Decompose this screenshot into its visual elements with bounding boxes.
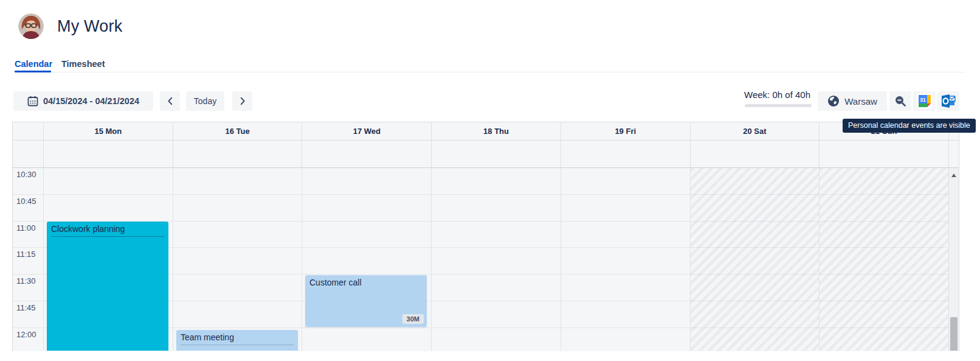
tab-calendar[interactable]: Calendar: [15, 59, 52, 69]
today-button[interactable]: Today: [186, 91, 224, 111]
event-title: Clockwork planning: [51, 224, 164, 234]
globe-icon: [827, 95, 840, 107]
day-header-thu: 18 Thu: [431, 122, 561, 140]
day-column[interactable]: [431, 168, 561, 351]
allday-filler: [948, 141, 959, 167]
my-work-page: My Work Calendar Timesheet 04/15/2024 - …: [0, 0, 980, 361]
allday-cell[interactable]: [173, 141, 302, 167]
time-label: 11:00: [16, 223, 36, 233]
week-progress-bar: [745, 104, 812, 107]
date-range-button[interactable]: 04/15/2024 - 04/21/2024: [13, 91, 153, 111]
day-header-fri: 19 Fri: [561, 122, 690, 140]
allday-cell[interactable]: [302, 141, 431, 167]
allday-gutter: [13, 141, 43, 167]
calendar-grid: 15 Mon 16 Tue 17 Wed 18 Thu 19 Fri 20 Sa…: [12, 122, 959, 351]
event-customer-call[interactable]: Customer call 30M: [305, 275, 427, 327]
week-summary: Week: 0h of 40h: [717, 89, 810, 100]
event-title: Customer call: [309, 278, 423, 287]
google-calendar-icon: 31: [917, 93, 933, 109]
scrollbar-thumb[interactable]: [950, 317, 958, 351]
chevron-right-icon: [237, 96, 248, 107]
event-clockwork-planning[interactable]: Clockwork planning: [47, 222, 168, 351]
page-title: My Work: [57, 17, 122, 36]
day-column-weekend[interactable]: [690, 168, 820, 351]
event-team-meeting[interactable]: Team meeting: [176, 330, 298, 351]
tab-timesheet[interactable]: Timesheet: [61, 59, 105, 69]
active-tab-indicator: [15, 71, 51, 72]
outlook-icon: [940, 93, 956, 109]
outlook-button[interactable]: [937, 91, 959, 111]
day-header-tue: 16 Tue: [173, 122, 302, 140]
time-label: 11:15: [16, 250, 36, 259]
zoom-out-button[interactable]: [889, 91, 911, 111]
google-calendar-badge: 31: [920, 97, 926, 103]
avatar: [18, 13, 44, 39]
gutter-corner: [13, 122, 43, 140]
user-avatar-icon: [18, 13, 44, 39]
next-week-button[interactable]: [232, 91, 252, 111]
allday-cell[interactable]: [561, 141, 690, 167]
time-label: 11:45: [16, 303, 36, 312]
event-title-underline: [51, 236, 164, 237]
event-title: Team meeting: [181, 332, 294, 342]
day-column[interactable]: [173, 168, 302, 351]
time-label: 12:00: [16, 330, 36, 339]
chevron-left-icon: [165, 96, 176, 107]
calendar-icon: [27, 96, 38, 107]
timezone-button[interactable]: Warsaw: [818, 91, 887, 111]
day-header-row: 15 Mon 16 Tue 17 Wed 18 Thu 19 Fri 20 Sa…: [13, 122, 959, 141]
allday-cell[interactable]: [819, 141, 948, 167]
duration-badge: 30M: [402, 314, 424, 324]
google-calendar-button[interactable]: 31: [913, 91, 936, 111]
tabs-divider: [15, 72, 965, 72]
allday-cell[interactable]: [43, 141, 173, 167]
prev-week-button[interactable]: [160, 91, 180, 111]
time-gutter: 10:30 10:45 11:00 11:15 11:30 11:45 12:0…: [13, 168, 43, 351]
time-label: 10:30: [16, 170, 36, 179]
day-column-weekend[interactable]: [819, 168, 948, 351]
calendar-visibility-tooltip: Personal calendar events are visible: [843, 119, 976, 133]
zoom-out-icon: [894, 95, 906, 107]
date-range-label: 04/15/2024 - 04/21/2024: [43, 96, 139, 106]
time-grid: 10:30 10:45 11:00 11:15 11:30 11:45 12:0…: [13, 168, 959, 351]
allday-row: [13, 141, 959, 168]
time-label: 10:45: [16, 197, 36, 206]
allday-cell[interactable]: [431, 141, 561, 167]
day-column[interactable]: [561, 168, 690, 351]
scroll-up-icon[interactable]: [951, 173, 956, 177]
event-title-underline: [181, 345, 294, 345]
allday-cell[interactable]: [690, 141, 820, 167]
day-header-wed: 17 Wed: [302, 122, 431, 140]
day-header-sat: 20 Sat: [690, 122, 820, 140]
day-header-mon: 15 Mon: [43, 122, 173, 140]
time-label: 11:30: [16, 276, 36, 286]
scrollbar[interactable]: [948, 168, 959, 351]
timezone-label: Warsaw: [844, 96, 877, 107]
